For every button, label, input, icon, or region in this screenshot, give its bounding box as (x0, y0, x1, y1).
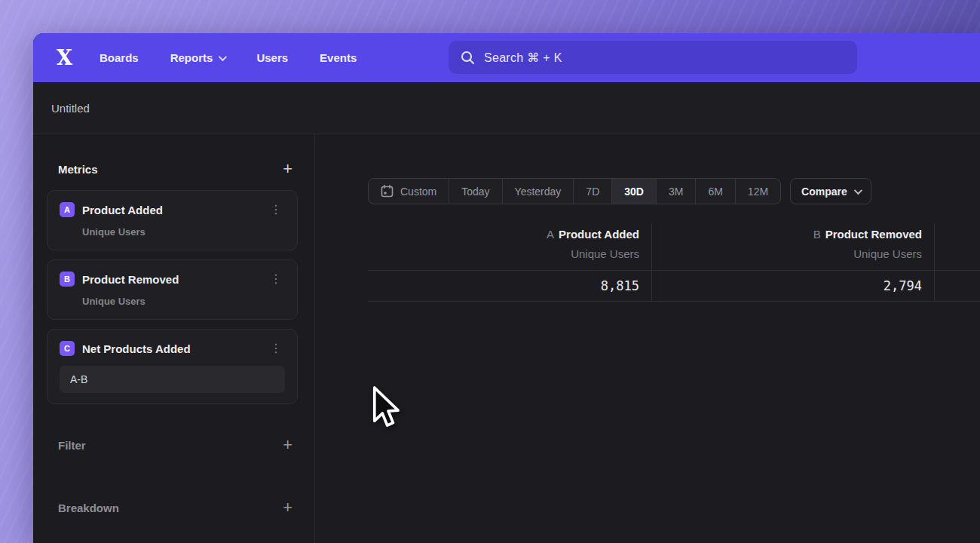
nav-item-users[interactable]: Users (256, 51, 288, 64)
add-breakdown-button[interactable]: + (281, 500, 294, 515)
query-sidebar: Metrics + A Product Added ⋮ Unique Users… (33, 134, 315, 543)
report-title[interactable]: Untitled (51, 102, 90, 115)
cell-value[interactable]: 8,815 (368, 270, 651, 302)
kebab-menu-icon[interactable]: ⋮ (267, 204, 285, 216)
date-range-3m[interactable]: 3M (657, 179, 696, 204)
metrics-section-header: Metrics + (33, 157, 314, 181)
date-range-custom[interactable]: Custom (369, 179, 449, 204)
metric-card-c[interactable]: C Net Products Added ⋮ (47, 329, 298, 404)
column-header[interactable]: BProduct Removed Unique Users (652, 223, 934, 270)
metric-card-row: B Product Removed ⋮ (60, 272, 285, 287)
metrics-section-title: Metrics (58, 163, 98, 176)
metrics-results-table: AProduct Added Unique Users 8,815 BProdu… (368, 223, 980, 302)
date-range-label: Custom (400, 186, 436, 198)
report-header: Untitled (33, 82, 980, 134)
calendar-icon (381, 185, 394, 198)
date-range-today[interactable]: Today (449, 179, 502, 204)
app-window: X Boards Reports Users Events Search ⌘ +… (33, 33, 980, 543)
date-range-label: 30D (624, 186, 644, 198)
metric-card-b[interactable]: B Product Removed ⋮ Unique Users (47, 259, 298, 320)
column-header[interactable]: AProduct Added Unique Users (368, 223, 651, 270)
breakdown-section-title: Breakdown (58, 502, 119, 514)
nav-item-reports[interactable]: Reports (170, 51, 225, 64)
filter-section-title: Filter (58, 439, 86, 452)
date-range-label: Yesterday (515, 186, 562, 198)
metric-card-row: A Product Added ⋮ (60, 202, 285, 217)
add-filter-button[interactable]: + (281, 437, 294, 452)
content: Metrics + A Product Added ⋮ Unique Users… (33, 134, 980, 543)
kebab-menu-icon[interactable]: ⋮ (267, 342, 285, 354)
breakdown-section-header: Breakdown + (33, 495, 314, 520)
column-header-empty (935, 223, 980, 270)
column-title: Product Added (559, 228, 639, 241)
column-title: Product Removed (825, 228, 922, 241)
results-panel: Custom Today Yesterday 7D 30D (315, 134, 980, 543)
table-column-b: BProduct Removed Unique Users 2,794 (652, 223, 935, 302)
nav-item-label: Reports (170, 51, 213, 64)
metric-badge-b: B (60, 272, 75, 287)
kebab-menu-icon[interactable]: ⋮ (267, 273, 285, 285)
table-column-stub (935, 223, 980, 302)
date-range-12m[interactable]: 12M (736, 179, 780, 204)
chevron-down-icon (219, 52, 227, 60)
compare-button[interactable]: Compare (790, 178, 871, 204)
cell-empty (935, 270, 980, 302)
chevron-down-icon (854, 186, 862, 194)
date-range-yesterday[interactable]: Yesterday (503, 179, 574, 204)
table-column-a: AProduct Added Unique Users 8,815 (368, 223, 652, 302)
column-subtitle: Unique Users (368, 247, 639, 260)
nav-items: Boards Reports Users Events (100, 51, 357, 64)
date-range-label: 7D (586, 186, 599, 198)
metric-badge-a: A (60, 202, 75, 217)
nav-item-label: Boards (100, 51, 139, 64)
add-metric-button[interactable]: + (281, 161, 294, 176)
date-toolbar: Custom Today Yesterday 7D 30D (368, 178, 871, 204)
column-badge: A (547, 228, 554, 241)
top-navbar: X Boards Reports Users Events Search ⌘ +… (33, 33, 980, 82)
mixpanel-logo-icon[interactable]: X (47, 46, 81, 69)
search-placeholder: Search ⌘ + K (484, 51, 562, 65)
column-subtitle: Unique Users (652, 247, 922, 260)
date-range-6m[interactable]: 6M (696, 179, 735, 204)
date-range-30d[interactable]: 30D (612, 179, 657, 204)
metric-title: Product Removed (82, 273, 267, 286)
metric-card-a[interactable]: A Product Added ⋮ Unique Users (47, 190, 298, 250)
metric-title: Net Products Added (82, 342, 267, 355)
metric-badge-c: C (60, 341, 75, 356)
nav-item-label: Users (256, 51, 288, 64)
cell-value[interactable]: 2,794 (652, 270, 934, 302)
nav-item-boards[interactable]: Boards (100, 51, 139, 64)
metric-aggregation[interactable]: Unique Users (82, 226, 285, 238)
metric-title: Product Added (82, 204, 267, 216)
date-range-label: 12M (748, 186, 768, 198)
compare-label: Compare (801, 186, 847, 198)
search-input[interactable]: Search ⌘ + K (449, 41, 857, 74)
search-icon (461, 51, 475, 65)
date-range-label: Today (461, 186, 489, 198)
filter-section-header: Filter + (33, 433, 314, 457)
desktop: { "nav": { "logo_glyph": "X", "items": [… (0, 0, 980, 543)
nav-item-label: Events (320, 51, 357, 64)
nav-item-events[interactable]: Events (320, 51, 357, 64)
metric-card-row: C Net Products Added ⋮ (60, 341, 285, 356)
date-range-label: 6M (708, 186, 722, 198)
date-range-label: 3M (669, 186, 683, 198)
formula-input[interactable] (60, 366, 285, 393)
metric-cards: A Product Added ⋮ Unique Users B Product… (33, 190, 314, 404)
metric-aggregation[interactable]: Unique Users (82, 296, 285, 307)
column-badge: B (813, 228, 821, 241)
date-range-7d[interactable]: 7D (574, 179, 612, 204)
date-range-control: Custom Today Yesterday 7D 30D (368, 178, 781, 204)
